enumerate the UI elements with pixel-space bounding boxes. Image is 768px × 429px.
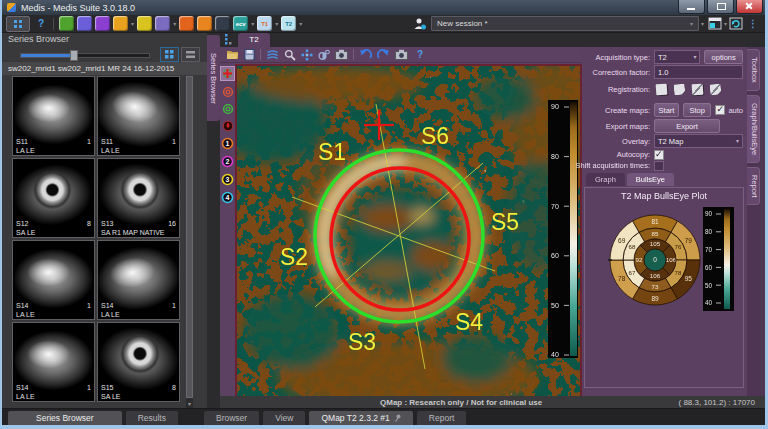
- thumbnail-image-count: 8: [172, 384, 176, 391]
- layout-dropdown-arrow[interactable]: ▾: [724, 21, 727, 27]
- bullseye-plot[interactable]: 105106106928576787367688179958978690 908…: [587, 203, 741, 318]
- registration-affine-button[interactable]: [690, 83, 705, 97]
- registration-none-button[interactable]: [654, 83, 669, 97]
- slider-knob[interactable]: [70, 50, 78, 61]
- app-icon-3[interactable]: [95, 16, 110, 31]
- app-icon-t1[interactable]: T1: [257, 16, 272, 31]
- series-thumbnail[interactable]: S14LA LE1: [12, 322, 95, 402]
- open-icon[interactable]: [226, 49, 239, 60]
- roi-2-icon[interactable]: 2: [221, 155, 234, 168]
- movie-snapshot-icon[interactable]: [395, 49, 408, 60]
- tab-t2[interactable]: T2: [238, 33, 270, 47]
- roi-3-icon[interactable]: 3: [221, 173, 234, 186]
- pin-icon[interactable]: [394, 414, 401, 422]
- app-icon-4-dropdown[interactable]: ▾: [131, 21, 134, 27]
- series-thumbnail[interactable]: S14LA LE1: [12, 240, 95, 320]
- side-tab-report[interactable]: Report: [747, 167, 760, 206]
- app-icon-5[interactable]: [137, 16, 152, 31]
- series-thumbnail[interactable]: S11LA LE1: [12, 76, 95, 156]
- tab-bullseye[interactable]: BullsEye: [627, 173, 674, 186]
- save-icon[interactable]: [244, 49, 255, 60]
- add-point-tool-selected[interactable]: [220, 66, 235, 81]
- menu-kebab-icon[interactable]: ⋮: [748, 18, 758, 29]
- redo-icon[interactable]: [377, 49, 390, 60]
- bottom-tab-qmap-t2-2-3-2-1[interactable]: QMap T2 2.3.2 #1: [309, 411, 412, 425]
- auto-checkbox[interactable]: [715, 105, 725, 115]
- roi-4-icon[interactable]: 4: [221, 191, 234, 204]
- app-icon-1[interactable]: [59, 16, 74, 31]
- series-thumbnail[interactable]: S12SA LE8: [12, 158, 95, 238]
- contours-icon[interactable]: [266, 49, 279, 60]
- app-icon-7[interactable]: [179, 16, 194, 31]
- t2-map-image[interactable]: S1 S2 S3 S4 S5 S6 908070605040: [237, 66, 580, 396]
- scrollbar-down-arrow[interactable]: ▾: [186, 400, 193, 408]
- endo-contour-icon[interactable]: [222, 86, 234, 98]
- grid-view-button[interactable]: [160, 47, 179, 62]
- help-icon[interactable]: ?: [38, 18, 44, 29]
- close-button[interactable]: [736, 0, 763, 14]
- app-icon-6-dropdown[interactable]: ▾: [173, 21, 176, 27]
- export-button[interactable]: Export: [654, 119, 720, 133]
- tab-graph[interactable]: Graph: [586, 173, 625, 186]
- start-button[interactable]: Start: [654, 103, 679, 117]
- app-icon-9[interactable]: [215, 16, 230, 31]
- bullseye-segment-value: 73: [652, 283, 659, 290]
- overlay-select[interactable]: T2 Map▾: [654, 134, 743, 148]
- stop-button[interactable]: Stop: [683, 103, 711, 117]
- bullseye-segment-value: 81: [651, 218, 659, 225]
- app-icon-ecv-dropdown[interactable]: ▾: [251, 21, 254, 27]
- series-browser-vertical-tab[interactable]: Series Browser: [207, 35, 220, 121]
- layout-icon[interactable]: [708, 17, 722, 30]
- side-tab-toolbox[interactable]: Toolbox: [747, 49, 760, 91]
- shift-acquisition-checkbox[interactable]: [654, 161, 664, 171]
- thumbnail-scrollbar[interactable]: ▾: [186, 76, 193, 408]
- app-icon-t2[interactable]: T2: [281, 16, 296, 31]
- session-select[interactable]: New session * ▾: [431, 16, 699, 31]
- study-label[interactable]: sw202_mrid1 sw202_mrid1 MR 24 16-12-2015: [2, 62, 207, 75]
- correction-factor-input[interactable]: 1.0: [654, 65, 743, 79]
- bottom-tab-report[interactable]: Report: [417, 411, 467, 425]
- bottom-tab-results[interactable]: Results: [126, 411, 178, 425]
- session-dropdown-arrow[interactable]: ▾: [701, 21, 704, 27]
- app-icon-4[interactable]: [113, 16, 128, 31]
- maximize-button[interactable]: [707, 0, 734, 14]
- grid-view-icon: [165, 50, 174, 59]
- undo-icon[interactable]: [359, 49, 372, 60]
- app-icon-2[interactable]: [77, 16, 92, 31]
- series-thumbnail[interactable]: S13SA R1 MAP NATIVE16: [97, 158, 180, 238]
- registration-rigid-button[interactable]: [672, 83, 687, 97]
- tab-list-icon[interactable]: [225, 34, 232, 45]
- app-icon-ecv[interactable]: ecv: [233, 16, 248, 31]
- autocopy-checkbox[interactable]: [654, 150, 664, 160]
- thumbnail-size-slider[interactable]: [20, 53, 150, 58]
- minimize-button[interactable]: [678, 0, 705, 14]
- series-thumbnail[interactable]: S14LA LE1: [97, 240, 180, 320]
- viewer-help-icon[interactable]: ?: [417, 49, 423, 60]
- reset-layout-icon[interactable]: [729, 17, 743, 30]
- app-launcher-button[interactable]: [6, 16, 30, 32]
- series-thumbnail[interactable]: S11LA LE1: [97, 76, 180, 156]
- bottom-tab-view[interactable]: View: [263, 411, 305, 425]
- registration-deform-button[interactable]: [708, 83, 723, 97]
- app-icon-8[interactable]: [197, 16, 212, 31]
- t2-map-viewport[interactable]: S1 S2 S3 S4 S5 S6 908070605040: [235, 64, 582, 398]
- bottom-tab-series-browser[interactable]: Series Browser: [8, 411, 122, 425]
- flame-roi-icon[interactable]: [222, 120, 234, 132]
- acquisition-type-select[interactable]: T2▾: [654, 50, 700, 64]
- scrollbar-thumb[interactable]: [186, 76, 193, 398]
- epi-contour-icon[interactable]: [222, 103, 234, 115]
- app-icon-t1-dropdown[interactable]: ▾: [275, 21, 278, 27]
- side-tab-graph-bullseye[interactable]: Graph/BullsEye: [747, 95, 760, 163]
- bottom-tab-browser[interactable]: Browser: [204, 411, 259, 425]
- pan-icon[interactable]: [301, 49, 313, 61]
- magnifier-icon[interactable]: [284, 49, 296, 61]
- app-icon-6[interactable]: [155, 16, 170, 31]
- roi-1-icon[interactable]: 1: [221, 137, 234, 150]
- app-icon-t2-dropdown[interactable]: ▾: [299, 21, 302, 27]
- window-level-icon[interactable]: [318, 49, 330, 61]
- options-button[interactable]: options: [704, 50, 743, 64]
- series-thumbnail[interactable]: S15SA LE8: [97, 322, 180, 402]
- thumbnail-grid: S11LA LE1S11LA LE1S12SA LE8S13SA R1 MAP …: [12, 76, 180, 402]
- snapshot-icon[interactable]: [335, 49, 348, 60]
- list-view-button[interactable]: [181, 47, 200, 62]
